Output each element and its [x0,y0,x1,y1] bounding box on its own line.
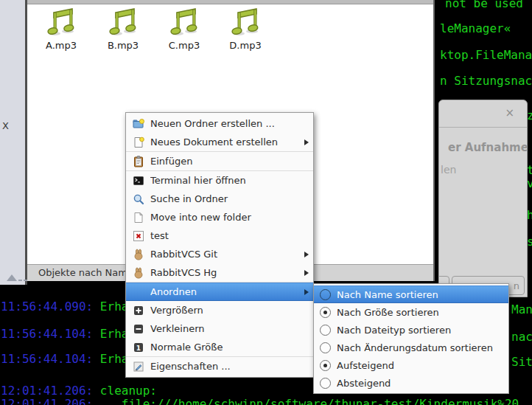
file-name: C.mp3 [157,40,211,51]
menu-item-label: RabbitVCS Git [150,249,300,260]
terminal-log-fragment: z [527,109,532,122]
radio-icon [320,289,331,300]
log-message: cleanup: [93,384,157,398]
terminal-log-fragment: t [527,164,532,176]
dialog-titlebar: × [439,100,527,128]
window-top-edge [27,0,433,4]
menu-item-label: Anordnen [150,286,300,297]
menu-item-label: test [150,230,309,241]
dialog-text: len [441,164,456,176]
menu-item-label: Neuen Ordner erstellen ... [150,118,309,129]
left-panel: X [0,0,27,285]
folder-new-icon [132,117,144,130]
menu-item-label: Nach Name sortieren [337,289,504,300]
terminal-log-fragment: Sitz [511,356,532,368]
log-timestamp: 12:01:41.206: [1,397,93,405]
radio-checked-icon [320,307,331,318]
menu-item-test[interactable]: test [126,226,313,245]
terminal-log-line: 11:56:44.104: Erha [1,328,128,340]
submenu-item-ascending[interactable]: Aufsteigend [314,356,508,374]
menu-item-search-folder[interactable]: Suche in Ordner [126,190,313,208]
menu-item-label: Absteigend [337,378,504,389]
menu-item-new-folder[interactable]: Neuen Ordner erstellen ... [126,114,313,133]
log-timestamp: 12:01:41.206: [1,384,93,398]
red-x-icon [132,229,144,242]
log-timestamp: 11:56:44.104: [1,352,93,366]
terminal-log-line: ktop.FileMana [440,49,532,61]
submenu-item-sort-by-type[interactable]: Nach Dateityp sortieren [314,321,508,339]
file-item[interactable]: A.mp3 [34,6,88,51]
radio-icon [320,342,331,353]
left-panel-label: X [2,120,9,131]
log-message: Erha [93,352,128,366]
terminal-log-line: leManager« [440,22,511,35]
menu-item-label: Move into new folder [150,212,309,223]
submenu-arrow-icon [304,139,309,145]
terminal-log-line: 12:01:41.206: file:///home/schwinn/softw… [1,398,519,405]
log-message: Erha [93,300,128,314]
log-message: Erha [93,327,128,341]
terminal-log-fragment: h [527,209,532,221]
dialog-heading: er Aufnahme [448,141,528,154]
menu-item-label: Nach Größe sortieren [337,307,504,318]
empty-icon-space [132,285,144,298]
submenu-item-sort-by-name[interactable]: Nach Name sortieren [314,285,508,303]
dialog-window: × er Aufnahme len n [438,100,528,297]
terminal-log-fragment: Mana [511,303,532,316]
zoom-original-icon: 1 [132,341,144,353]
menu-item-label: Suche in Ordner [150,193,309,204]
log-timestamp: 11:56:44.090: [1,300,93,314]
submenu-item-sort-by-mtime[interactable]: Nach Änderungsdatum sortieren [314,339,508,356]
file-item[interactable]: D.mp3 [218,6,273,51]
rabbit-icon [132,266,144,279]
submenu-arrow-icon [304,270,309,276]
file-name: D.mp3 [218,40,273,51]
menu-item-label: Einfügen [150,156,309,167]
zoom-in-icon [132,304,144,316]
submenu-item-sort-by-size[interactable]: Nach Größe sortieren [314,303,508,321]
menu-item-label: RabbitVCS Hg [150,267,300,278]
terminal-log-fragment: nach [511,330,532,343]
menu-item-zoom-out[interactable]: Verkleinern [126,319,313,338]
log-timestamp: 11:56:44.104: [1,327,93,341]
file-name: A.mp3 [34,40,88,51]
radio-icon [320,325,331,336]
menu-item-zoom-original[interactable]: 1 Normale Größe [126,338,313,356]
menu-item-label: Vergrößern [150,305,309,316]
radio-icon [320,378,331,389]
music-note-icon [45,6,77,38]
terminal-log-fragment: s [527,235,532,248]
menu-item-label: Verkleinern [150,323,309,334]
menu-item-label: Neues Dokument erstellen [150,136,300,148]
submenu-arrow-icon [304,252,309,257]
file-item[interactable]: B.mp3 [96,6,150,51]
context-menu: Neuen Ordner erstellen ... Neues Dokumen… [125,112,314,378]
music-note-icon [168,6,200,38]
svg-text:1: 1 [136,344,140,351]
radio-checked-icon [320,360,331,371]
menu-item-properties[interactable]: Eigenschaften ... [126,357,313,375]
menu-item-new-document[interactable]: Neues Dokument erstellen [126,133,313,151]
terminal-log-fragment: v [527,177,532,190]
menu-item-rabbitvcs-git[interactable]: RabbitVCS Git [126,245,313,263]
terminal-icon [132,174,144,187]
properties-icon [132,360,144,373]
menu-item-move-into-new-folder[interactable]: Move into new folder [126,208,313,226]
document-icon [132,211,144,224]
music-note-icon [229,6,262,38]
menu-item-paste[interactable]: Einfügen [126,152,313,170]
menu-item-rabbitvcs-hg[interactable]: RabbitVCS Hg [126,263,313,282]
paste-icon [132,155,144,167]
log-message: file:///home/schwinn/software/thunar-tes… [93,397,519,405]
terminal-log-line: 11:56:44.090: Erha [1,300,128,313]
menu-item-open-terminal[interactable]: Terminal hier öffnen [126,171,313,190]
zoom-out-icon [132,322,144,335]
file-item[interactable]: C.mp3 [157,6,211,51]
menu-item-zoom-in[interactable]: Vergrößern [126,301,313,319]
rabbit-icon [132,248,144,260]
submenu-item-descending[interactable]: Absteigend [314,374,508,392]
menu-item-arrange[interactable]: Anordnen [126,283,313,301]
scroll-up-icon[interactable] [7,274,17,281]
menu-item-label: Nach Änderungsdatum sortieren [337,342,504,353]
close-icon[interactable]: × [505,106,514,120]
